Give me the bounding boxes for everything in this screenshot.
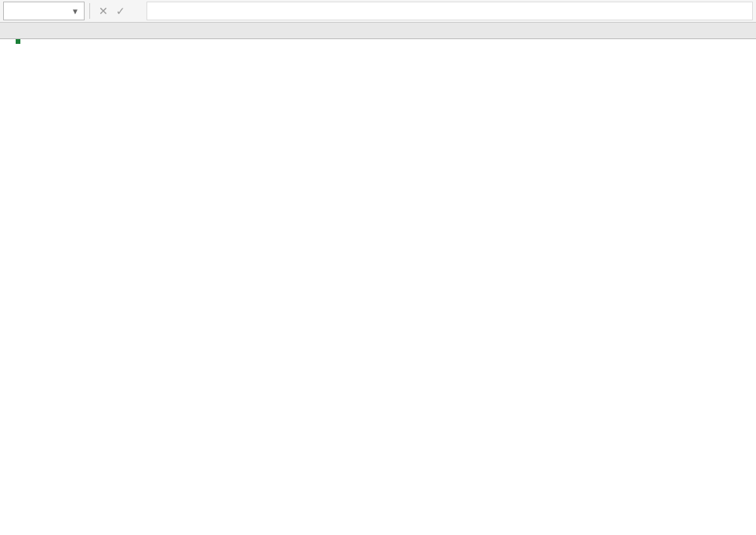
separator [89,3,90,19]
formula-input[interactable] [146,2,753,20]
fill-handle[interactable] [16,39,20,44]
confirm-icon[interactable]: ✓ [112,5,129,17]
column-headers [0,23,756,39]
selection-outline [16,39,19,42]
cancel-icon[interactable]: ✕ [95,5,112,17]
formula-bar: ▼ ✕ ✓ [0,0,756,23]
name-box[interactable]: ▼ [3,2,85,20]
chevron-down-icon: ▼ [71,7,79,16]
